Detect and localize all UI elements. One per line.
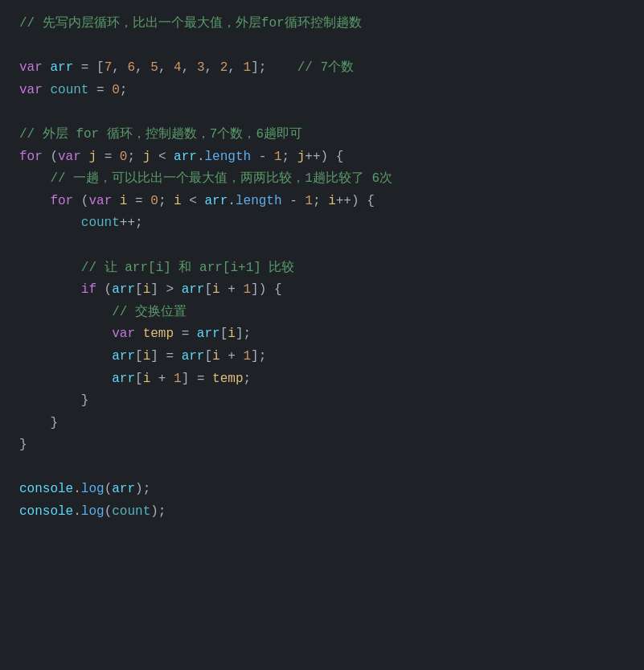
code-line-20: }	[0, 434, 644, 457]
code-line-23: console.log(count);	[0, 501, 644, 524]
code-line-10: count++;	[0, 212, 644, 235]
code-line-3: var arr = [7, 6, 5, 4, 3, 2, 1]; // 7个数	[0, 57, 644, 80]
code-line-9: for (var i = 0; i < arr.length - 1; i++)…	[0, 191, 644, 213]
code-line-17: arr[i + 1] = temp;	[0, 368, 644, 391]
console-obj1: console	[19, 482, 73, 496]
temp-identifier: temp	[143, 327, 174, 341]
comment-compare: // 让 arr[i] 和 arr[i+1] 比较	[81, 261, 295, 275]
log-method2: log	[81, 504, 105, 519]
log-method1: log	[81, 482, 105, 496]
code-line-4: var count = 0;	[0, 80, 644, 102]
j-identifier: j	[88, 150, 96, 164]
i-identifier: i	[120, 194, 128, 208]
code-line-14: // 交换位置	[0, 302, 644, 324]
comment-swap: // 交换位置	[112, 305, 187, 319]
code-line-13: if (arr[i] > arr[i + 1]) {	[0, 279, 644, 302]
code-line-2	[0, 35, 644, 58]
length-prop1: length	[205, 150, 252, 164]
code-line-15: var temp = arr[i];	[0, 323, 644, 346]
code-line-8: // 一趟，可以比出一个最大值，两两比较，1趟比较了 6次	[0, 168, 644, 191]
comment-text: // 先写内层循环，比出一个最大值，外层for循环控制趟数	[19, 16, 362, 31]
keyword-for1: for	[19, 150, 43, 164]
code-line-1: // 先写内层循环，比出一个最大值，外层for循环控制趟数	[0, 13, 644, 35]
count-increment: count	[81, 216, 120, 230]
keyword-var3: var	[112, 327, 135, 341]
keyword-var2: var	[19, 83, 43, 97]
code-line-6: // 外层 for 循环，控制趟数，7个数，6趟即可	[0, 124, 644, 146]
length-prop2: length	[236, 194, 282, 208]
comment-inner-for: // 一趟，可以比出一个最大值，两两比较，1趟比较了 6次	[50, 171, 392, 186]
code-line-21	[0, 457, 644, 479]
code-line-22: console.log(arr);	[0, 479, 644, 501]
code-line-18: }	[0, 390, 644, 413]
arr-identifier: arr	[50, 60, 73, 75]
code-line-5	[0, 101, 644, 124]
code-line-12: // 让 arr[i] 和 arr[i+1] 比较	[0, 257, 644, 280]
code-editor: // 先写内层循环，比出一个最大值，外层for循环控制趟数 var arr = …	[0, 0, 644, 536]
count-identifier: count	[50, 83, 88, 97]
code-line-16: arr[i] = arr[i + 1];	[0, 346, 644, 368]
code-line-7: for (var j = 0; j < arr.length - 1; j++)…	[0, 146, 644, 169]
num-7: 7	[105, 60, 113, 75]
keyword-var: var	[19, 60, 43, 75]
code-line-11	[0, 235, 644, 257]
keyword-if: if	[81, 282, 96, 297]
comment-outer-for: // 外层 for 循环，控制趟数，7个数，6趟即可	[19, 127, 302, 142]
keyword-for2: for	[50, 194, 73, 208]
console-obj2: console	[19, 504, 73, 519]
code-line-19: }	[0, 413, 644, 435]
